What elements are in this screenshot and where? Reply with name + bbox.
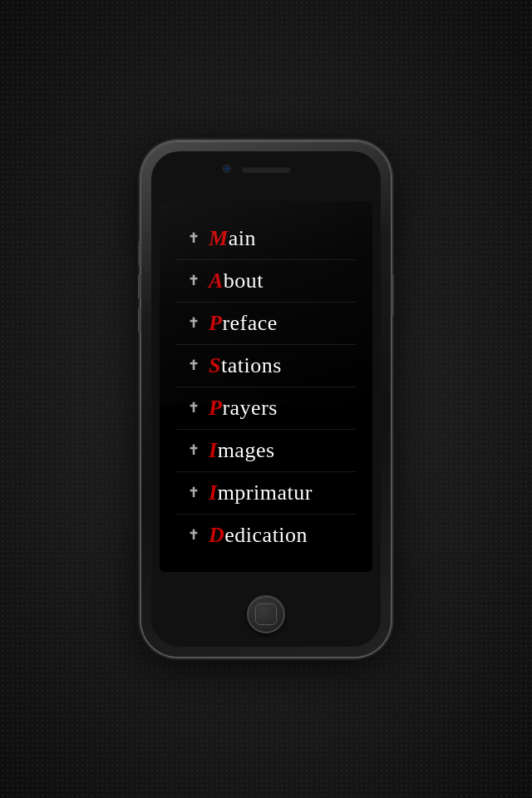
- screen: ✝Main✝About✝Preface✝Stations✝Prayers✝Ima…: [160, 201, 372, 572]
- menu-label-prayers: Prayers: [209, 396, 278, 421]
- menu-item-dedication[interactable]: ✝Dedication: [176, 515, 356, 556]
- cross-icon: ✝: [188, 230, 199, 246]
- menu-label-stations: Stations: [209, 353, 282, 378]
- menu-first-letter-about: A: [209, 268, 224, 293]
- cross-icon: ✝: [188, 527, 199, 543]
- menu-item-images[interactable]: ✝Images: [176, 430, 356, 472]
- speaker: [241, 166, 291, 173]
- menu-item-main[interactable]: ✝Main: [176, 218, 356, 260]
- menu-container: ✝Main✝About✝Preface✝Stations✝Prayers✝Ima…: [160, 201, 372, 572]
- menu-item-imprimatur[interactable]: ✝Imprimatur: [176, 472, 356, 515]
- home-button-inner: [255, 603, 277, 625]
- menu-item-stations[interactable]: ✝Stations: [176, 345, 356, 387]
- menu-first-letter-stations: S: [209, 353, 221, 377]
- cross-icon: ✝: [188, 315, 199, 331]
- cross-icon: ✝: [188, 442, 199, 458]
- camera: [223, 165, 231, 173]
- phone-frame: ✝Main✝About✝Preface✝Stations✝Prayers✝Ima…: [141, 141, 391, 657]
- phone-inner: ✝Main✝About✝Preface✝Stations✝Prayers✝Ima…: [151, 151, 381, 647]
- menu-first-letter-preface: P: [209, 311, 222, 335]
- cross-icon: ✝: [188, 400, 199, 416]
- cross-icon: ✝: [188, 357, 199, 373]
- menu-first-letter-images: I: [209, 438, 218, 462]
- menu-first-letter-imprimatur: I: [209, 480, 218, 505]
- menu-first-letter-dedication: D: [209, 523, 224, 547]
- menu-first-letter-main: M: [209, 226, 229, 250]
- menu-label-preface: Preface: [209, 311, 278, 336]
- menu-item-prayers[interactable]: ✝Prayers: [176, 387, 356, 430]
- menu-item-preface[interactable]: ✝Preface: [176, 303, 356, 345]
- cross-icon: ✝: [188, 273, 199, 288]
- menu-label-main: Main: [209, 226, 256, 251]
- menu-item-about[interactable]: ✝About: [176, 260, 356, 303]
- home-button[interactable]: [247, 595, 285, 633]
- menu-label-dedication: Dedication: [209, 523, 308, 548]
- menu-first-letter-prayers: P: [209, 396, 222, 420]
- menu-label-imprimatur: Imprimatur: [209, 480, 313, 505]
- menu-label-images: Images: [209, 438, 275, 463]
- cross-icon: ✝: [188, 485, 199, 500]
- menu-label-about: About: [209, 268, 264, 293]
